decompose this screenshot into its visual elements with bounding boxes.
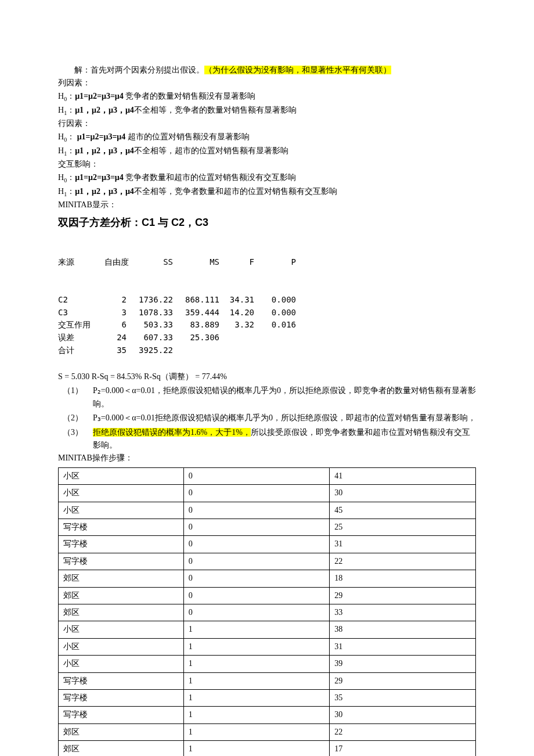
col-factor-label: 列因素： (58, 77, 476, 89)
conclusion-2: （2） P₃=0.000＜α=0.01拒绝原假设犯错误的概率几乎为0，所以拒绝原… (58, 412, 476, 424)
inter-label: 交互影响： (58, 158, 476, 171)
table-row: 小区041 (59, 467, 476, 484)
table-row: 郊区117 (59, 741, 476, 756)
table-row: 写字楼130 (59, 707, 476, 723)
h1-int: H1：μ1，μ2，μ3，μ4不全相等，竞争者数量和超市的位置对销售额有交互影响 (58, 185, 476, 199)
table-row: 小区139 (59, 656, 476, 672)
anova-header: 来源 自由度 SS MS F P (58, 256, 476, 269)
table-row: 小区045 (59, 502, 476, 519)
row-factor-label: 行因素： (58, 117, 476, 130)
anova-row: 误差24607.3325.306 (58, 332, 476, 344)
intro-text: 解：首先对两个因素分别提出假设。 (74, 66, 204, 74)
data-table: 小区041小区030小区045写字楼025写字楼031写字楼022郊区018郊区… (58, 467, 476, 756)
anova-row: 交互作用6503.3383.8893.320.016 (58, 319, 476, 332)
steps-label: MINITAB操作步骤： (58, 452, 476, 465)
intro-highlight: （为什么假设为没有影响，和显著性水平有何关联） (204, 66, 391, 74)
h1-row: H1：μ1，μ2，μ3，μ4不全相等，超市的位置对销售额有显著影响 (58, 145, 476, 159)
table-row: 写字楼031 (59, 536, 476, 553)
conclusion-1: （1） P₂=0.000＜α=0.01，拒绝原假设犯错误的概率几乎为0，所以拒绝… (58, 384, 476, 411)
table-row: 小区030 (59, 485, 476, 502)
anova-row: C331078.33359.44414.200.000 (58, 307, 476, 319)
minitab-label: MINITAB显示： (58, 199, 476, 211)
anova-row: 合计353925.22 (58, 344, 476, 357)
table-row: 郊区122 (59, 723, 476, 740)
table-row: 小区138 (59, 621, 476, 638)
table-row: 写字楼025 (59, 519, 476, 536)
rsq-line: S = 5.030 R-Sq = 84.53% R-Sq（调整） = 77.44… (58, 370, 476, 383)
table-row: 写字楼022 (59, 553, 476, 570)
table-row: 小区131 (59, 638, 476, 655)
table-row: 写字楼135 (59, 689, 476, 706)
anova-table: 来源 自由度 SS MS F P C221736.22868.11134.310… (58, 231, 476, 370)
table-row: 郊区033 (59, 604, 476, 621)
anova-title: 双因子方差分析：C1 与 C2，C3 (58, 214, 476, 231)
h1-col: H1：μ1，μ2，μ3，μ4不全相等，竞争者的数量对销售额有显著影响 (58, 104, 476, 118)
table-row: 郊区018 (59, 570, 476, 587)
h0-row: H0： μ1=μ2=μ3=μ4 超市的位置对销售额没有显著影响 (58, 131, 476, 145)
h0-col: H0：μ1=μ2=μ3=μ4 竞争者的数量对销售额没有显著影响 (58, 90, 476, 104)
intro-line1: 解：首先对两个因素分别提出假设。（为什么假设为没有影响，和显著性水平有何关联） (58, 64, 476, 77)
h0-int: H0：μ1=μ2=μ3=μ4 竞争者数量和超市的位置对销售额没有交互影响 (58, 171, 476, 185)
conclusion-3: （3） 拒绝原假设犯错误的概率为1.6%，大于1%，所以接受原假设，即竞争者数量… (58, 426, 476, 452)
table-row: 郊区029 (59, 587, 476, 604)
anova-row: C221736.22868.11134.310.000 (58, 294, 476, 307)
table-row: 写字楼129 (59, 672, 476, 689)
